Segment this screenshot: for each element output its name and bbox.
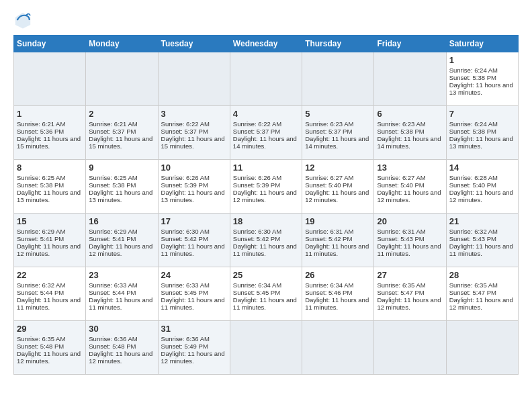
sunrise-text: Sunrise: 6:34 AM [305,281,371,289]
sunrise-text: Sunrise: 6:21 AM [89,120,154,128]
daylight-text: Daylight: 11 hours and 11 minutes. [161,296,227,311]
sunrise-text: Sunrise: 6:35 AM [377,281,443,289]
daylight-text: Daylight: 11 hours and 12 minutes. [17,350,83,365]
sunrise-text: Sunrise: 6:23 AM [305,120,371,128]
calendar-cell: 14Sunrise: 6:28 AMSunset: 5:40 PMDayligh… [446,160,518,214]
daylight-text: Daylight: 11 hours and 11 minutes. [305,296,371,311]
daylight-text: Daylight: 11 hours and 12 minutes. [17,242,83,257]
calendar-cell: 9Sunrise: 6:25 AMSunset: 5:38 PMDaylight… [86,160,158,214]
sunset-text: Sunset: 5:37 PM [305,128,371,135]
calendar-cell: 30Sunrise: 6:36 AMSunset: 5:48 PMDayligh… [86,321,158,375]
sunrise-text: Sunrise: 6:27 AM [305,174,371,181]
sunrise-text: Sunrise: 6:35 AM [449,281,515,289]
sunrise-text: Sunrise: 6:30 AM [233,228,299,235]
calendar-cell: 13Sunrise: 6:27 AMSunset: 5:40 PMDayligh… [374,160,446,214]
calendar-cell: 31Sunrise: 6:36 AMSunset: 5:49 PMDayligh… [158,321,230,375]
sunset-text: Sunset: 5:38 PM [89,181,154,189]
daylight-text: Daylight: 11 hours and 12 minutes. [377,189,443,203]
day-number: 1 [17,109,83,119]
calendar-cell: 4Sunrise: 6:22 AMSunset: 5:37 PMDaylight… [230,106,302,160]
sunset-text: Sunset: 5:43 PM [377,235,443,242]
sunset-text: Sunset: 5:44 PM [89,289,154,296]
day-number: 2 [89,109,154,119]
calendar-cell [230,321,302,375]
sunset-text: Sunset: 5:39 PM [161,181,227,189]
day-number: 11 [233,163,299,173]
day-number: 4 [233,109,299,119]
sunrise-text: Sunrise: 6:22 AM [233,120,299,128]
calendar-cell: 11Sunrise: 6:26 AMSunset: 5:39 PMDayligh… [230,160,302,214]
calendar-cell: 6Sunrise: 6:23 AMSunset: 5:38 PMDaylight… [374,106,446,160]
calendar-cell: 22Sunrise: 6:32 AMSunset: 5:44 PMDayligh… [14,267,86,321]
sunset-text: Sunset: 5:43 PM [449,235,515,242]
calendar-cell: 25Sunrise: 6:34 AMSunset: 5:45 PMDayligh… [230,267,302,321]
daylight-text: Daylight: 11 hours and 14 minutes. [233,135,299,150]
sunrise-text: Sunrise: 6:36 AM [89,335,154,342]
daylight-text: Daylight: 11 hours and 11 minutes. [449,242,515,257]
daylight-text: Daylight: 11 hours and 14 minutes. [305,135,371,150]
calendar-cell: 12Sunrise: 6:27 AMSunset: 5:40 PMDayligh… [302,160,374,214]
day-number: 22 [17,270,83,280]
sunrise-text: Sunrise: 6:34 AM [233,281,299,289]
calendar-cell: 2Sunrise: 6:21 AMSunset: 5:37 PMDaylight… [86,106,158,160]
sunset-text: Sunset: 5:46 PM [305,289,371,296]
page: SundayMondayTuesdayWednesdayThursdayFrid… [0,0,532,411]
calendar-cell: 3Sunrise: 6:22 AMSunset: 5:37 PMDaylight… [158,106,230,160]
daylight-text: Daylight: 11 hours and 11 minutes. [161,242,227,257]
sunrise-text: Sunrise: 6:27 AM [377,174,443,181]
day-number: 16 [89,216,154,226]
sunrise-text: Sunrise: 6:31 AM [305,228,371,235]
daylight-text: Daylight: 11 hours and 12 minutes. [449,189,515,203]
day-number: 8 [17,163,83,173]
day-header-saturday: Saturday [446,36,518,52]
calendar-cell [302,52,374,106]
week-row-4: 22Sunrise: 6:32 AMSunset: 5:44 PMDayligh… [14,267,519,321]
day-number: 5 [305,109,371,119]
daylight-text: Daylight: 11 hours and 12 minutes. [449,296,515,311]
sunset-text: Sunset: 5:45 PM [161,289,227,296]
sunrise-text: Sunrise: 6:28 AM [449,174,515,181]
day-header-tuesday: Tuesday [158,36,230,52]
week-row-3: 15Sunrise: 6:29 AMSunset: 5:41 PMDayligh… [14,214,519,267]
sunset-text: Sunset: 5:45 PM [233,289,299,296]
daylight-text: Daylight: 11 hours and 13 minutes. [89,189,154,203]
calendar-cell: 23Sunrise: 6:33 AMSunset: 5:44 PMDayligh… [86,267,158,321]
week-row-1: 1Sunrise: 6:21 AMSunset: 5:36 PMDaylight… [14,106,519,160]
calendar-cell: 27Sunrise: 6:35 AMSunset: 5:47 PMDayligh… [374,267,446,321]
calendar-cell: 18Sunrise: 6:30 AMSunset: 5:42 PMDayligh… [230,214,302,267]
daylight-text: Daylight: 11 hours and 12 minutes. [161,350,227,365]
daylight-text: Daylight: 11 hours and 12 minutes. [89,350,154,365]
logo [13,11,35,30]
daylight-text: Daylight: 11 hours and 11 minutes. [377,242,443,257]
calendar-cell: 1Sunrise: 6:24 AMSunset: 5:38 PMDaylight… [446,52,518,106]
day-number: 9 [89,163,154,173]
day-header-friday: Friday [374,36,446,52]
calendar-cell: 28Sunrise: 6:35 AMSunset: 5:47 PMDayligh… [446,267,518,321]
sunrise-text: Sunrise: 6:21 AM [17,120,83,128]
daylight-text: Daylight: 11 hours and 11 minutes. [305,242,371,257]
daylight-text: Daylight: 11 hours and 15 minutes. [161,135,227,150]
day-header-monday: Monday [86,36,158,52]
sunset-text: Sunset: 5:42 PM [161,235,227,242]
day-number: 1 [449,55,515,65]
sunrise-text: Sunrise: 6:32 AM [449,228,515,235]
daylight-text: Daylight: 11 hours and 11 minutes. [17,296,83,311]
daylight-text: Daylight: 11 hours and 13 minutes. [161,189,227,203]
week-row-0: 1Sunrise: 6:24 AMSunset: 5:38 PMDaylight… [14,52,519,106]
sunrise-text: Sunrise: 6:31 AM [377,228,443,235]
sunrise-text: Sunrise: 6:23 AM [377,120,443,128]
calendar-cell [446,321,518,375]
day-number: 23 [89,270,154,280]
sunrise-text: Sunrise: 6:32 AM [17,281,83,289]
daylight-text: Daylight: 11 hours and 11 minutes. [233,296,299,311]
day-number: 15 [17,216,83,226]
daylight-text: Daylight: 11 hours and 13 minutes. [449,135,515,150]
day-number: 7 [449,109,515,119]
sunset-text: Sunset: 5:42 PM [305,235,371,242]
day-number: 29 [17,324,83,334]
header [13,11,519,30]
sunrise-text: Sunrise: 6:29 AM [17,228,83,235]
day-number: 26 [305,270,371,280]
daylight-text: Daylight: 11 hours and 11 minutes. [233,242,299,257]
day-number: 31 [161,324,227,334]
